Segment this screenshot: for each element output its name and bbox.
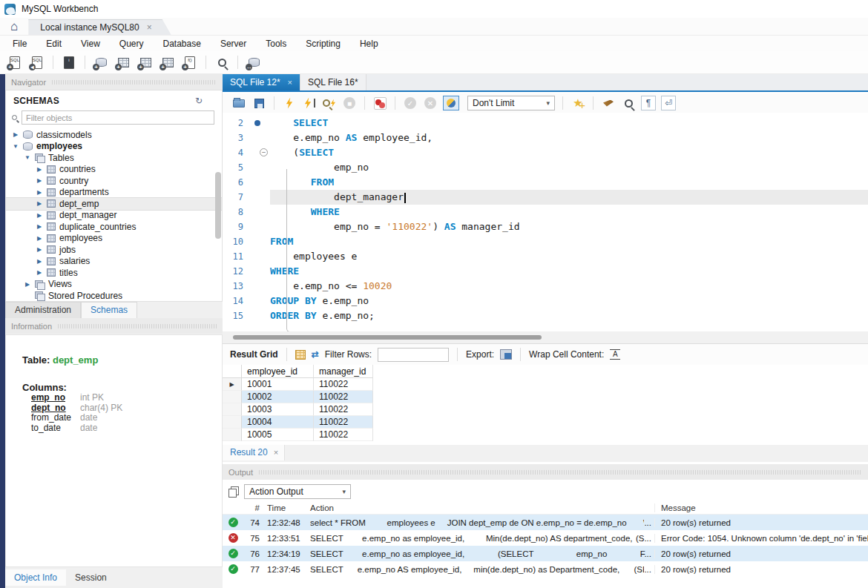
execute-icon[interactable] <box>282 96 297 110</box>
tab-sql-file-16[interactable]: SQL File 16* <box>300 74 366 90</box>
line-number[interactable]: 9 <box>223 219 248 234</box>
filter-rows-input[interactable] <box>378 348 449 362</box>
menu-server[interactable]: Server <box>211 36 256 51</box>
menu-file[interactable]: File <box>3 36 36 51</box>
reconnect-dbms-icon[interactable]: ↔ <box>245 53 263 71</box>
rollback-icon[interactable]: ✕ <box>423 96 438 110</box>
gutter-margin[interactable] <box>248 205 270 219</box>
gutter-margin[interactable] <box>248 308 270 323</box>
create-procedure-icon[interactable]: + <box>159 53 177 71</box>
result-grid[interactable]: employee_id manager_id ▶ 10001 110022 10… <box>223 365 868 445</box>
chevron-right-icon[interactable]: ▶ <box>36 189 43 196</box>
gutter-margin[interactable]: − <box>248 145 270 160</box>
stop-query-icon[interactable]: ■ <box>342 96 357 110</box>
code-line[interactable]: 15 ORDER BY e.emp_no; <box>223 308 868 323</box>
grid-row[interactable]: 10003 110022 <box>223 403 868 416</box>
menu-scripting[interactable]: Scripting <box>296 36 350 51</box>
tree-item-employees-table[interactable]: ▶ employees <box>6 233 222 245</box>
tree-item-dept-manager[interactable]: ▶ dept_manager <box>6 210 222 222</box>
scrollbar-thumb[interactable] <box>233 335 542 340</box>
chevron-right-icon[interactable]: ▶ <box>36 258 43 265</box>
beautify-icon[interactable] <box>601 96 616 110</box>
chevron-down-icon[interactable]: ▼ <box>12 143 19 150</box>
line-number[interactable]: 12 <box>223 264 248 279</box>
code-line[interactable]: 14 GROUP BY e.emp_no <box>223 294 868 308</box>
grid-view-icon[interactable] <box>295 350 306 360</box>
tree-item-departments[interactable]: ▶ departments <box>6 187 222 199</box>
refresh-schemas-icon[interactable]: ↻ <box>195 96 203 106</box>
menu-help[interactable]: Help <box>350 36 388 51</box>
toggle-stop-on-error-icon[interactable] <box>372 96 387 110</box>
open-script-icon[interactable] <box>231 96 246 110</box>
save-script-icon[interactable] <box>251 96 266 110</box>
gutter-margin[interactable] <box>248 294 270 308</box>
tree-item-dept-emp[interactable]: ▶ dept_emp <box>6 198 222 210</box>
tab-sql-file-12[interactable]: SQL File 12* × <box>223 74 300 90</box>
close-icon[interactable]: × <box>274 448 278 457</box>
tab-schemas[interactable]: Schemas <box>81 302 137 318</box>
column-header-employee-id[interactable]: employee_id <box>242 365 314 378</box>
output-row[interactable]: ✓ 76 12:34:19 SELECT e.emp_no as employe… <box>223 546 868 561</box>
toggle-autocommit-icon[interactable] <box>443 96 459 110</box>
filter-objects-input[interactable] <box>22 110 214 125</box>
code-line-current[interactable]: 7 dept_manager <box>223 190 868 205</box>
tree-item-employees-schema[interactable]: ▼ employees <box>6 141 222 153</box>
tree-item-jobs[interactable]: ▶ jobs <box>6 244 222 256</box>
menu-database[interactable]: Database <box>154 36 211 51</box>
line-number[interactable]: 4 <box>223 145 248 160</box>
close-icon[interactable]: × <box>288 78 292 87</box>
tree-item-country[interactable]: ▶ country <box>6 175 222 187</box>
search-data-icon[interactable] <box>213 53 231 71</box>
editor-horizontal-scrollbar[interactable] <box>223 331 868 343</box>
toggle-word-wrap-icon[interactable]: ⏎ <box>661 96 676 110</box>
code-line[interactable]: 9 emp_no = '110022') AS manager_id <box>223 219 868 234</box>
save-snippet-icon[interactable]: ★+ <box>571 96 585 110</box>
wrap-cell-content-icon[interactable]: A <box>610 349 620 360</box>
chevron-right-icon[interactable]: ▶ <box>12 131 19 138</box>
tree-item-views-group[interactable]: ▶ Views <box>6 279 222 291</box>
find-icon[interactable] <box>621 96 636 110</box>
tab-administration[interactable]: Administration <box>5 302 81 318</box>
output-row[interactable]: ✓ 77 12:37:45 SELECT e.emp_no AS employe… <box>223 561 868 577</box>
line-number[interactable]: 3 <box>223 131 248 145</box>
tree-item-classicmodels[interactable]: ▶ classicmodels <box>6 129 222 141</box>
gutter-margin[interactable] <box>248 190 270 205</box>
grid-cell[interactable]: 10004 <box>242 416 314 429</box>
code-line[interactable]: 5 emp_no <box>223 160 868 175</box>
line-number[interactable]: 5 <box>223 160 248 175</box>
chevron-right-icon[interactable]: ▶ <box>36 269 43 276</box>
grid-cell[interactable]: 10005 <box>242 429 314 441</box>
tree-scrollbar[interactable] <box>215 172 221 239</box>
create-schema-icon[interactable]: + <box>92 53 110 71</box>
line-number[interactable]: 13 <box>223 279 248 294</box>
tree-item-tables-group[interactable]: ▼ Tables <box>6 152 222 164</box>
column-header-manager-id[interactable]: manager_id <box>314 365 373 378</box>
create-view-icon[interactable]: + <box>137 53 154 71</box>
line-number[interactable]: 2 <box>223 116 248 131</box>
refresh-results-icon[interactable]: ⇄ <box>312 349 319 360</box>
grid-cell[interactable]: 110022 <box>314 378 373 391</box>
message-column-header[interactable]: Message <box>654 503 868 512</box>
output-type-dropdown[interactable]: Action Output ▾ <box>244 484 351 499</box>
code-line[interactable]: 3 e.emp_no AS employee_id, <box>223 131 868 145</box>
gutter-margin[interactable] <box>248 234 270 249</box>
tab-result-20[interactable]: Result 20 × <box>223 445 285 460</box>
create-function-icon[interactable]: f()+ <box>181 53 199 71</box>
grid-row[interactable]: 10005 110022 <box>223 429 868 441</box>
grid-cell[interactable]: 110022 <box>314 429 373 441</box>
execute-current-statement-icon[interactable] <box>302 96 317 110</box>
line-number[interactable]: 10 <box>223 234 248 249</box>
line-number[interactable]: 7 <box>223 190 248 205</box>
grid-row[interactable]: 10004 110022 <box>223 416 868 429</box>
grid-cell[interactable]: 10003 <box>242 403 314 416</box>
menu-view[interactable]: View <box>71 36 110 51</box>
chevron-down-icon[interactable]: ▼ <box>24 154 31 161</box>
tree-item-countries[interactable]: ▶ countries <box>6 164 222 176</box>
line-number[interactable]: 14 <box>223 294 248 308</box>
line-number[interactable]: 8 <box>223 205 248 219</box>
chevron-right-icon[interactable]: ▶ <box>36 166 43 173</box>
row-limit-dropdown[interactable]: Don't Limit ▾ <box>467 96 555 110</box>
code-line[interactable]: 11 employees e <box>223 249 868 264</box>
fold-collapse-icon[interactable]: − <box>260 148 268 156</box>
chevron-right-icon[interactable]: ▶ <box>24 281 31 288</box>
